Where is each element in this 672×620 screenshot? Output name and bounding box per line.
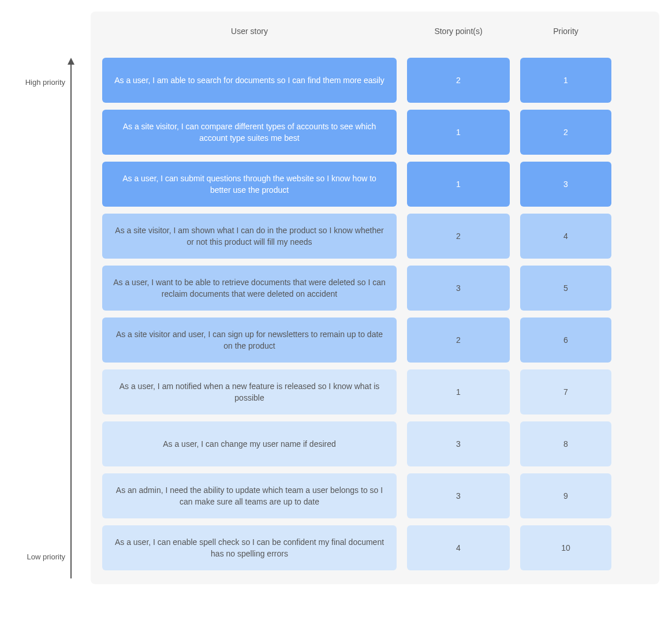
header-row: User story Story point(s) Priority <box>102 23 648 39</box>
header-story-points: Story point(s) <box>407 23 510 39</box>
axis-high-label: High priority <box>25 78 65 87</box>
story-cell: As a user, I can submit questions throug… <box>102 162 397 207</box>
backlog-row: As a site visitor, I am shown what I can… <box>102 214 648 259</box>
story-cell: As a user, I can change my user name if … <box>102 421 397 466</box>
backlog-row: As a user, I am able to search for docum… <box>102 58 648 103</box>
priority-cell: 10 <box>520 525 611 570</box>
header-user-story: User story <box>102 23 397 39</box>
backlog-row: As a user, I want to be able to retrieve… <box>102 266 648 311</box>
priority-cell: 8 <box>520 421 611 466</box>
points-cell: 2 <box>407 58 510 103</box>
story-cell: As a site visitor, I can compare differe… <box>102 110 397 155</box>
backlog-diagram: High priority Low priority User story St… <box>13 12 659 584</box>
priority-cell: 1 <box>520 58 611 103</box>
priority-cell: 4 <box>520 214 611 259</box>
story-cell: As a site visitor and user, I can sign u… <box>102 318 397 363</box>
backlog-panel: User story Story point(s) Priority As a … <box>91 12 659 584</box>
backlog-row: As a user, I can enable spell check so I… <box>102 525 648 570</box>
points-cell: 3 <box>407 266 510 311</box>
priority-axis: High priority Low priority <box>13 12 79 584</box>
points-cell: 3 <box>407 421 510 466</box>
backlog-row: As a site visitor and user, I can sign u… <box>102 318 648 363</box>
priority-cell: 6 <box>520 318 611 363</box>
story-cell: As a user, I want to be able to retrieve… <box>102 266 397 311</box>
points-cell: 1 <box>407 369 510 414</box>
backlog-row: As a user, I can change my user name if … <box>102 421 648 466</box>
story-cell: As a user, I am able to search for docum… <box>102 58 397 103</box>
story-cell: As an admin, I need the ability to updat… <box>102 473 397 518</box>
points-cell: 2 <box>407 214 510 259</box>
story-cell: As a user, I am notified when a new feat… <box>102 369 397 414</box>
points-cell: 1 <box>407 162 510 207</box>
header-priority: Priority <box>520 23 611 39</box>
backlog-row: As a user, I am notified when a new feat… <box>102 369 648 414</box>
points-cell: 4 <box>407 525 510 570</box>
points-cell: 2 <box>407 318 510 363</box>
backlog-row: As a site visitor, I can compare differe… <box>102 110 648 155</box>
priority-cell: 7 <box>520 369 611 414</box>
points-cell: 3 <box>407 473 510 518</box>
priority-cell: 3 <box>520 162 611 207</box>
backlog-row: As a user, I can submit questions throug… <box>102 162 648 207</box>
backlog-rows: As a user, I am able to search for docum… <box>102 58 648 570</box>
axis-low-label: Low priority <box>27 552 65 561</box>
priority-cell: 2 <box>520 110 611 155</box>
points-cell: 1 <box>407 110 510 155</box>
axis-shaft <box>70 64 72 578</box>
story-cell: As a site visitor, I am shown what I can… <box>102 214 397 259</box>
priority-cell: 9 <box>520 473 611 518</box>
axis-arrow <box>68 58 74 578</box>
backlog-row: As an admin, I need the ability to updat… <box>102 473 648 518</box>
priority-cell: 5 <box>520 266 611 311</box>
story-cell: As a user, I can enable spell check so I… <box>102 525 397 570</box>
